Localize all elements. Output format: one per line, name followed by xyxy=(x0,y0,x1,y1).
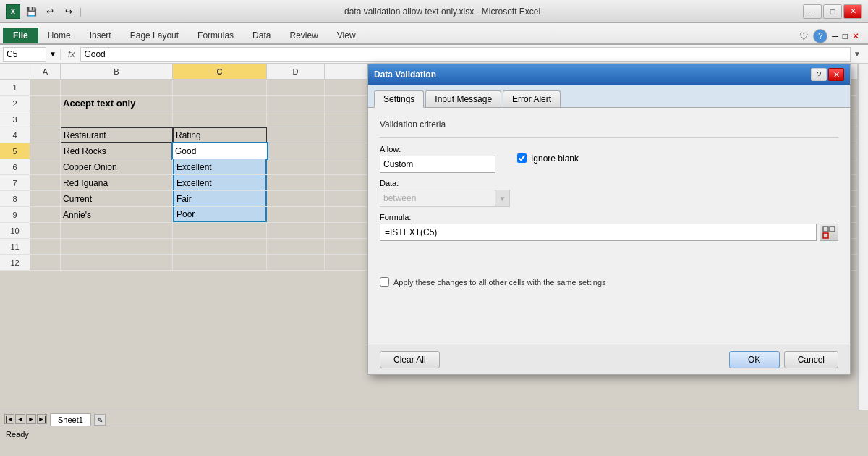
cell-b3[interactable] xyxy=(61,111,173,127)
cell-a1[interactable] xyxy=(30,80,61,95)
row-header-11[interactable]: 11 xyxy=(0,239,30,254)
cell-a5[interactable] xyxy=(30,143,61,159)
row-header-6[interactable]: 6 xyxy=(0,159,30,174)
cell-b2[interactable]: Accept text only xyxy=(61,96,173,111)
close-button[interactable]: ✕ xyxy=(843,4,862,19)
cell-b12[interactable] xyxy=(61,255,173,270)
cell-c2[interactable] xyxy=(173,96,267,111)
dialog-tab-settings[interactable]: Settings xyxy=(374,90,424,108)
cell-c12[interactable] xyxy=(173,255,267,270)
ok-button[interactable]: OK xyxy=(729,351,780,368)
cell-b11[interactable] xyxy=(61,239,173,254)
formula-field[interactable] xyxy=(380,224,817,241)
ignore-blank-checkbox[interactable] xyxy=(517,153,527,163)
cell-d9[interactable] xyxy=(267,207,325,222)
cell-a10[interactable] xyxy=(30,223,61,238)
maximize-button[interactable]: □ xyxy=(823,4,842,19)
cell-a12[interactable] xyxy=(30,255,61,270)
cell-d10[interactable] xyxy=(267,223,325,238)
dialog-help-button[interactable]: ? xyxy=(811,68,827,81)
row-header-10[interactable]: 10 xyxy=(0,223,30,238)
cell-c8[interactable]: Fair xyxy=(173,191,267,206)
cell-a4[interactable] xyxy=(30,127,61,143)
cell-a8[interactable] xyxy=(30,191,61,206)
cell-d2[interactable] xyxy=(267,96,325,111)
row-header-4[interactable]: 4 xyxy=(0,127,30,143)
sheet-tab-sheet1[interactable]: Sheet1 xyxy=(50,413,91,426)
cell-d12[interactable] xyxy=(267,255,325,270)
sheet-nav-last[interactable]: ►| xyxy=(37,414,47,424)
cell-c7[interactable]: Excellent xyxy=(173,175,267,190)
row-header-7[interactable]: 7 xyxy=(0,175,30,190)
cell-ref-dropdown[interactable]: ▼ xyxy=(49,50,56,58)
row-header-9[interactable]: 9 xyxy=(0,207,30,222)
allow-select[interactable]: Custom Any value Whole number Decimal Li… xyxy=(380,156,495,173)
close2-icon[interactable]: ✕ xyxy=(852,31,859,41)
cell-b7[interactable]: Red Iguana xyxy=(61,175,173,190)
cell-d11[interactable] xyxy=(267,239,325,254)
row-header-5[interactable]: 5 xyxy=(0,143,30,159)
cell-a2[interactable] xyxy=(30,96,61,111)
cell-d3[interactable] xyxy=(267,111,325,127)
row-header-12[interactable]: 12 xyxy=(0,255,30,270)
sheet-nav-next[interactable]: ► xyxy=(26,414,36,424)
cell-b5[interactable]: Red Rocks xyxy=(61,143,173,159)
cell-c5[interactable]: Good xyxy=(173,143,267,159)
tab-file[interactable]: File xyxy=(3,28,38,43)
cell-a11[interactable] xyxy=(30,239,61,254)
cell-ref-box[interactable]: C5 xyxy=(3,47,46,62)
cell-c1[interactable] xyxy=(173,80,267,95)
cell-d8[interactable] xyxy=(267,191,325,206)
col-header-b[interactable]: B xyxy=(61,64,173,79)
tab-insert[interactable]: Insert xyxy=(80,27,121,43)
cancel-button[interactable]: Cancel xyxy=(784,351,838,368)
cell-c4[interactable]: Rating xyxy=(173,127,267,143)
maximize2-icon[interactable]: □ xyxy=(843,31,848,41)
cell-b1[interactable] xyxy=(61,80,173,95)
cell-b9[interactable]: Annie's xyxy=(61,207,173,222)
col-header-c[interactable]: C xyxy=(173,64,267,79)
cell-a3[interactable] xyxy=(30,111,61,127)
cell-b4[interactable]: Restaurant xyxy=(61,127,173,143)
cell-d5[interactable] xyxy=(267,143,325,159)
clear-all-button[interactable]: Clear All xyxy=(380,351,440,368)
cell-b10[interactable] xyxy=(61,223,173,238)
undo-icon[interactable]: ↩ xyxy=(42,4,58,20)
row-header-3[interactable]: 3 xyxy=(0,111,30,127)
row-header-2[interactable]: 2 xyxy=(0,96,30,111)
ref-button[interactable] xyxy=(820,224,838,241)
cell-a6[interactable] xyxy=(30,159,61,174)
restore-icon[interactable]: ─ xyxy=(832,31,838,41)
row-header-8[interactable]: 8 xyxy=(0,191,30,206)
redo-icon[interactable]: ↪ xyxy=(61,4,77,20)
col-header-d[interactable]: D xyxy=(267,64,325,79)
cell-c9[interactable]: Poor xyxy=(173,207,267,222)
cell-c11[interactable] xyxy=(173,239,267,254)
formula-input[interactable] xyxy=(80,47,851,62)
cell-c6[interactable]: Excellent xyxy=(173,159,267,174)
cell-a7[interactable] xyxy=(30,175,61,190)
cell-a9[interactable] xyxy=(30,207,61,222)
tab-formulas[interactable]: Formulas xyxy=(188,27,243,43)
sheet-nav-first[interactable]: |◄ xyxy=(4,414,14,424)
dialog-tab-input-message[interactable]: Input Message xyxy=(425,90,501,107)
col-header-a[interactable]: A xyxy=(30,64,61,79)
formula-expand-icon[interactable]: ▼ xyxy=(854,50,865,58)
cell-d7[interactable] xyxy=(267,175,325,190)
sheet-nav-prev[interactable]: ◄ xyxy=(15,414,25,424)
tab-page-layout[interactable]: Page Layout xyxy=(121,27,188,43)
cell-d4[interactable] xyxy=(267,127,325,143)
minimize-button[interactable]: ─ xyxy=(803,4,822,19)
apply-checkbox[interactable] xyxy=(380,277,389,287)
cell-b8[interactable]: Current xyxy=(61,191,173,206)
tab-view[interactable]: View xyxy=(328,27,365,43)
cell-c3[interactable] xyxy=(173,111,267,127)
row-header-1[interactable]: 1 xyxy=(0,80,30,95)
tab-review[interactable]: Review xyxy=(280,27,327,43)
vertical-scrollbar[interactable] xyxy=(858,64,868,410)
tab-data[interactable]: Data xyxy=(243,27,280,43)
tab-home[interactable]: Home xyxy=(38,27,80,43)
cell-d6[interactable] xyxy=(267,159,325,174)
help-icon[interactable]: ? xyxy=(813,29,827,43)
cell-b6[interactable]: Copper Onion xyxy=(61,159,173,174)
